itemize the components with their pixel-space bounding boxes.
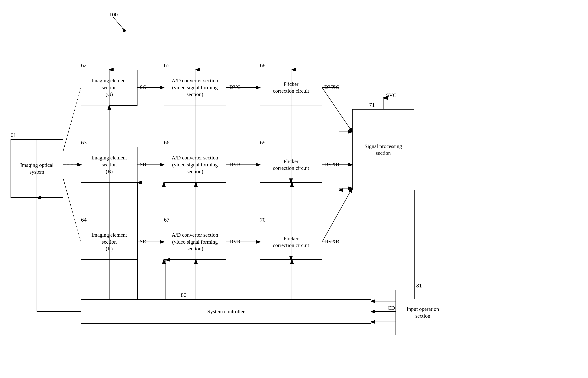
cd-label: CD <box>388 305 395 311</box>
ref-71: 71 <box>369 102 375 108</box>
ref-63: 63 <box>81 139 87 146</box>
ref-67: 67 <box>164 216 169 223</box>
ref-66: 66 <box>164 139 169 146</box>
imaging-g-block: Imaging elementsection(G) <box>81 70 137 105</box>
svg-line-4 <box>63 88 81 151</box>
signal-processing-label: Signal processingsection <box>365 143 402 157</box>
sg-label: SG <box>140 84 147 90</box>
sr-label: SR <box>140 239 146 244</box>
svg-line-16 <box>322 188 352 242</box>
imaging-r-block: Imaging elementsection(R) <box>81 224 137 260</box>
imaging-b-label: Imaging elementsection(B) <box>92 154 127 175</box>
flicker-r-block: Flickercorrection circuit <box>260 224 322 260</box>
adc-r-block: A/D converter section(video signal formi… <box>164 224 226 260</box>
flicker-b-block: Flickercorrection circuit <box>260 147 322 183</box>
flicker-g-block: Flickercorrection circuit <box>260 70 322 105</box>
ref-65: 65 <box>164 62 169 68</box>
svg-line-6 <box>63 179 81 242</box>
adc-r-label: A/D converter section(video signal formi… <box>172 231 218 252</box>
flicker-g-label: Flickercorrection circuit <box>273 81 309 94</box>
dvxg-label: DVXG <box>324 84 340 90</box>
ref-70: 70 <box>260 216 266 223</box>
dvg-label: DVG <box>229 84 241 90</box>
imaging-g-label: Imaging elementsection(G) <box>92 77 127 98</box>
svg-line-14 <box>322 88 352 132</box>
signal-processing-block: Signal processingsection <box>352 109 414 190</box>
imaging-r-label: Imaging elementsection(R) <box>92 231 127 252</box>
sb-label: SB <box>140 161 146 167</box>
ref-64: 64 <box>81 216 87 223</box>
input-op-block: Input operationsection <box>396 290 450 335</box>
ref-62: 62 <box>81 62 87 68</box>
svg-line-2 <box>113 17 124 30</box>
adc-b-label: A/D converter section(video signal formi… <box>172 154 218 175</box>
adc-g-block: A/D converter section(video signal formi… <box>164 70 226 105</box>
flicker-r-label: Flickercorrection circuit <box>273 235 309 249</box>
system-controller-block: System controller <box>81 299 371 324</box>
svg-marker-3 <box>123 28 127 32</box>
dvb-label: DVB <box>229 161 241 167</box>
imaging-optical-system-label: Imaging opticalsystem <box>20 162 54 176</box>
ref-100: 100 <box>109 11 118 18</box>
imaging-optical-system-block: Imaging opticalsystem <box>11 139 63 198</box>
system-controller-label: System controller <box>207 308 245 315</box>
dvxb-label: DVXB <box>324 161 339 167</box>
ref-81: 81 <box>416 282 422 289</box>
adc-g-label: A/D converter section(video signal formi… <box>172 77 218 98</box>
dvxr-label: DVXR <box>324 239 339 244</box>
ref-61: 61 <box>11 132 16 138</box>
ref-69: 69 <box>260 139 266 146</box>
ref-80: 80 <box>181 292 186 298</box>
dvr-label: DVR <box>229 239 241 244</box>
svc-label: SVC <box>386 92 396 98</box>
ref-68: 68 <box>260 62 266 68</box>
imaging-b-block: Imaging elementsection(B) <box>81 147 137 183</box>
adc-b-block: A/D converter section(video signal formi… <box>164 147 226 183</box>
flicker-b-label: Flickercorrection circuit <box>273 158 309 172</box>
input-op-label: Input operationsection <box>407 306 439 319</box>
